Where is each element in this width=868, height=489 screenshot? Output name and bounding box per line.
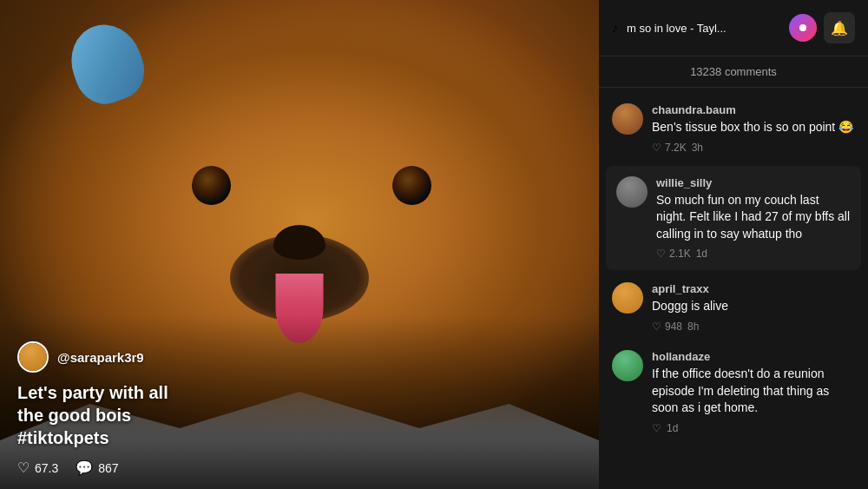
comment-likes[interactable]: ♡ 948 [652,320,682,333]
comment-meta: ♡ 948 8h [652,320,855,333]
dog-eye-right [392,166,431,205]
video-caption: Let's party with all the good bois #tikt… [17,381,582,449]
bell-icon: 🔔 [831,20,848,36]
comment-icon: 💬 [76,459,93,476]
comment-meta: ♡ 7.2K 3h [652,142,855,154]
likes-stat[interactable]: ♡ 67.3 [17,459,58,476]
comments-panel: ♪ m so in love - Tayl... 🔔 13238 comment… [599,0,868,489]
comment-time: 1d [696,248,707,260]
heart-icon: ♡ [17,459,30,476]
comments-list[interactable]: chaundra.baum Ben's tissue box tho is so… [599,88,868,489]
comment-meta: ♡ 1d [652,422,855,434]
comment-time: 3h [692,142,703,154]
comment-body: april_traxx Doggg is alive ♡ 948 8h [652,282,855,333]
commenter-avatar [612,282,643,314]
comment-likes[interactable]: ♡ [652,422,661,434]
music-info: m so in love - Tayl... [627,22,727,35]
comment-meta: ♡ 2.1K 1d [656,248,851,260]
likes-value: 2.1K [669,248,691,260]
likes-count: 67.3 [35,461,58,475]
commenter-username: chaundra.baum [652,103,855,116]
comment-time: 8h [687,320,699,333]
video-overlay: @sarapark3r9 Let's party with all the go… [0,324,599,489]
comment-text: If the office doesn't do a reunion episo… [652,366,855,417]
total-comments-label: 13238 comments [690,65,777,78]
comment-text: So much fun on my couch last night. Felt… [656,192,851,243]
creator-avatar[interactable] [17,341,49,373]
heart-icon: ♡ [652,422,661,434]
user-info: @sarapark3r9 [17,341,582,373]
comments-count: 867 [98,461,118,475]
dog-eye-left [192,166,231,205]
comment-time: 1d [667,422,678,434]
video-panel: @sarapark3r9 Let's party with all the go… [0,0,599,489]
video-stats: ♡ 67.3 💬 867 [17,459,582,476]
comment-text: Ben's tissue box tho is so on point 😂 [652,119,855,136]
music-disc-icon[interactable] [789,14,817,42]
commenter-avatar [612,103,643,135]
comment-body: chaundra.baum Ben's tissue box tho is so… [652,103,855,154]
comment-body: willie_silly So much fun on my couch las… [656,176,851,261]
dog-nose [273,225,326,260]
comments-count-bar: 13238 comments [599,56,868,88]
heart-icon: ♡ [652,320,661,333]
comment-likes[interactable]: ♡ 7.2K [652,142,687,154]
comment-item-highlighted: willie_silly So much fun on my couch las… [606,166,861,271]
heart-icon: ♡ [652,142,661,154]
comment-item: april_traxx Doggg is alive ♡ 948 8h [599,274,868,341]
header-left: ♪ m so in love - Tayl... [612,21,727,35]
likes-value: 948 [665,320,682,333]
comments-stat[interactable]: 💬 867 [76,459,118,476]
music-note-icon: ♪ [612,21,618,35]
comment-item: chaundra.baum Ben's tissue box tho is so… [599,95,868,162]
commenter-avatar [612,350,643,381]
comment-item: hollandaze If the office doesn't do a re… [599,341,868,443]
commenter-username: willie_silly [656,176,851,189]
likes-value: 7.2K [665,142,687,154]
creator-username[interactable]: @sarapark3r9 [57,350,144,365]
comment-text: Doggg is alive [652,298,855,315]
notification-bell-button[interactable]: 🔔 [824,12,855,43]
heart-icon: ♡ [656,248,666,260]
comments-header: ♪ m so in love - Tayl... 🔔 [599,0,868,56]
comment-body: hollandaze If the office doesn't do a re… [652,350,855,434]
commenter-username: hollandaze [652,350,855,363]
commenter-avatar [616,176,648,208]
comment-likes[interactable]: ♡ 2.1K [656,248,691,260]
commenter-username: april_traxx [652,282,855,295]
disc-inner [799,24,806,31]
